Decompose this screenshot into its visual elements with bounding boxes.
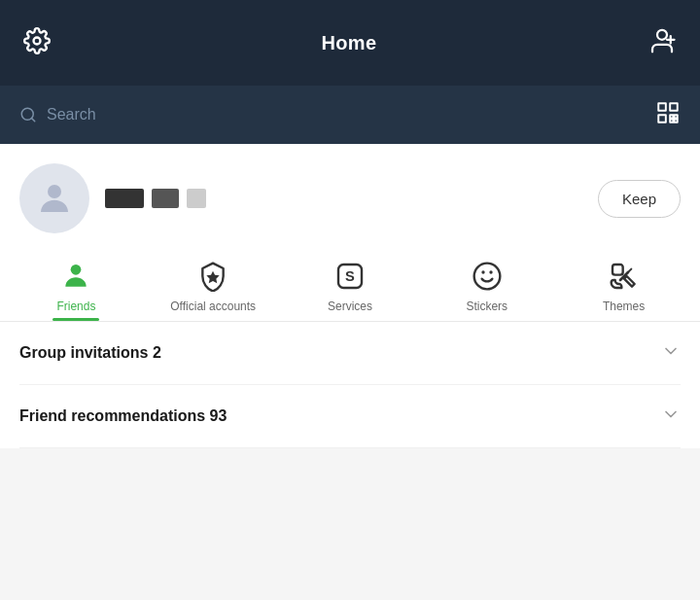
chevron-down-icon-group: [661, 341, 681, 365]
tab-services[interactable]: S Services: [282, 249, 419, 321]
avatar: [19, 163, 89, 233]
stickers-tab-label: Stickers: [466, 300, 508, 313]
list-item-group-invitations[interactable]: Group invitations 2: [19, 322, 681, 385]
add-friend-icon[interactable]: [648, 26, 677, 59]
official-accounts-tab-label: Official accounts: [170, 300, 256, 313]
stickers-tab-icon: [470, 259, 505, 294]
list-item-friend-recommendations[interactable]: Friend recommendations 93: [19, 385, 681, 448]
status-block-light: [187, 189, 206, 208]
themes-tab-label: Themes: [603, 300, 645, 313]
svg-point-13: [48, 185, 61, 198]
main-content: Keep Friends Official accounts: [0, 144, 700, 448]
list-section: Group invitations 2 Friend recommendatio…: [0, 322, 700, 448]
search-bar: Search: [0, 86, 700, 144]
svg-text:S: S: [345, 268, 355, 284]
svg-rect-7: [670, 103, 678, 111]
status-block-medium: [152, 189, 179, 208]
nav-tabs: Friends Official accounts S Services: [0, 249, 700, 322]
friend-recommendations-label: Friend recommendations 93: [19, 407, 227, 425]
services-tab-icon: S: [332, 259, 368, 294]
page-title: Home: [322, 32, 377, 54]
tab-friends[interactable]: Friends: [8, 249, 145, 321]
qr-code-icon[interactable]: [655, 100, 681, 129]
profile-section: Keep: [0, 144, 700, 249]
settings-icon[interactable]: [23, 27, 51, 58]
header: Home: [0, 0, 700, 86]
group-invitations-label: Group invitations 2: [19, 344, 161, 362]
status-block-dark: [105, 189, 144, 208]
status-blocks: [105, 189, 206, 208]
svg-point-18: [473, 264, 500, 290]
keep-button[interactable]: Keep: [598, 180, 681, 218]
friends-tab-icon: [58, 259, 93, 294]
svg-rect-9: [670, 115, 673, 118]
person-icon: [34, 178, 75, 219]
search-icon: [19, 106, 37, 124]
svg-rect-11: [670, 120, 673, 123]
svg-point-14: [71, 265, 82, 275]
svg-rect-12: [675, 120, 678, 123]
tab-themes[interactable]: Themes: [555, 249, 692, 321]
search-placeholder-text: Search: [47, 106, 96, 124]
svg-marker-15: [207, 271, 220, 284]
tab-official-accounts[interactable]: Official accounts: [145, 249, 282, 321]
themes-tab-icon: [607, 259, 642, 294]
svg-rect-6: [658, 103, 666, 111]
svg-point-1: [657, 30, 667, 40]
friends-tab-label: Friends: [56, 300, 95, 313]
services-tab-label: Services: [328, 300, 372, 313]
svg-line-5: [31, 118, 34, 121]
chevron-down-icon-friends: [661, 405, 681, 428]
search-input-wrapper[interactable]: Search: [19, 106, 646, 124]
tab-stickers[interactable]: Stickers: [418, 249, 555, 321]
svg-rect-10: [675, 115, 678, 118]
svg-point-0: [34, 38, 41, 45]
official-accounts-tab-icon: [195, 259, 230, 294]
svg-rect-8: [658, 115, 666, 123]
